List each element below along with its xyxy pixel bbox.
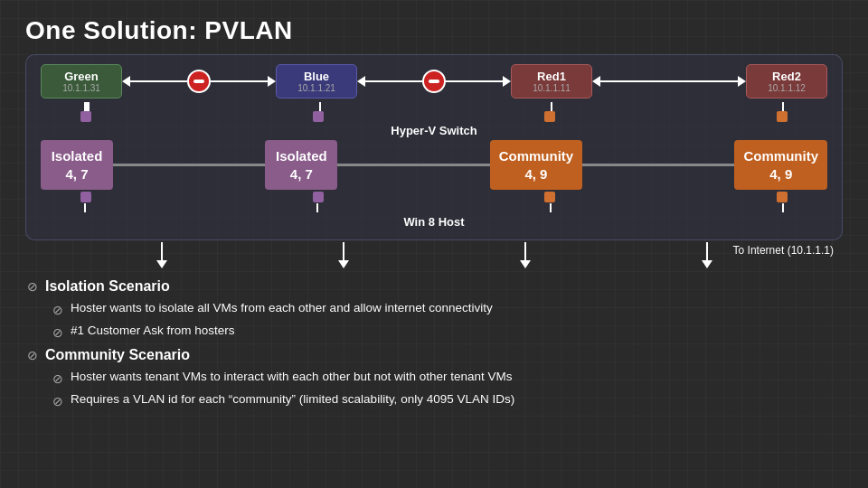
arrow-green-blue — [122, 70, 276, 93]
vlan-community-2: Community 4, 9 — [734, 140, 827, 190]
bullet-community-sub2: ⊘ Requires a VLAN id for each “community… — [52, 390, 841, 411]
vlan-community-1: Community 4, 9 — [490, 140, 583, 190]
vm-blue: Blue 10.1.1.21 — [276, 64, 357, 99]
bullet-text-5: Hoster wants tenant VMs to interact with… — [71, 368, 513, 386]
vm-red2-ip: 10.1.1.12 — [760, 83, 814, 93]
vm-blue-label: Blue — [289, 70, 344, 83]
bullet-text-4: Community Scenario — [45, 344, 190, 366]
no-entry-1 — [187, 70, 211, 93]
bullet-community-sub1: ⊘ Hoster wants tenant VMs to interact wi… — [52, 368, 841, 389]
vm-green-ip: 10.1.1.31 — [54, 83, 108, 93]
down-arrow-4 — [702, 242, 712, 268]
vm-red2: Red2 10.1.1.12 — [746, 64, 827, 99]
arrow-blue-red1 — [357, 70, 511, 93]
bullet-text-1: Isolation Scenario — [45, 276, 170, 297]
hyperv-switch-label: Hyper-V Switch — [41, 124, 827, 137]
bullet-community-header: ⊘ Community Scenario — [27, 344, 841, 366]
vm-green-label: Green — [54, 70, 108, 83]
title: One Solution: PVLAN — [0, 0, 868, 54]
to-internet-label: To Internet (10.1.1.1) — [733, 244, 834, 257]
bullet-isolation-sub2: ⊘ #1 Customer Ask from hosters — [52, 322, 841, 343]
vm-red2-label: Red2 — [760, 70, 814, 83]
win8-host-label: Win 8 Host — [41, 215, 827, 229]
down-arrow-3 — [520, 242, 531, 268]
bullet-text-2: Hoster wants to isolate all VMs from eac… — [71, 299, 493, 317]
bullet-icon-6: ⊘ — [52, 392, 63, 411]
vlan-isolated-1: Isolated 4, 7 — [41, 140, 113, 190]
vm-red1: Red1 10.1.1.11 — [511, 64, 592, 99]
vlan-isolated-2: Isolated 4, 7 — [265, 140, 337, 190]
bullet-isolation-sub1: ⊘ Hoster wants to isolate all VMs from e… — [52, 299, 841, 320]
bullet-text-6: Requires a VLAN id for each “community” … — [71, 390, 514, 408]
vm-red1-label: Red1 — [524, 70, 579, 83]
vm-row: Green 10.1.1.31 Blue 10.1.1.21 — [41, 64, 827, 99]
bullet-icon-3: ⊘ — [52, 324, 63, 343]
bullet-icon-1: ⊘ — [27, 277, 38, 296]
bullet-isolation-header: ⊘ Isolation Scenario — [27, 276, 841, 297]
bullet-icon-2: ⊘ — [52, 301, 63, 320]
no-entry-2 — [422, 70, 446, 93]
vm-red1-ip: 10.1.1.11 — [524, 83, 579, 93]
bullet-text-3: #1 Customer Ask from hosters — [71, 322, 235, 340]
vm-blue-ip: 10.1.1.21 — [289, 83, 344, 93]
down-arrow-1 — [156, 242, 167, 268]
bullet-icon-5: ⊘ — [52, 370, 63, 389]
diagram-area: Green 10.1.1.31 Blue 10.1.1.21 — [25, 54, 843, 240]
vm-green: Green 10.1.1.31 — [41, 64, 122, 99]
down-arrow-2 — [338, 242, 349, 268]
bullets-section: ⊘ Isolation Scenario ⊘ Hoster wants to i… — [0, 270, 868, 411]
arrow-red1-red2 — [592, 76, 746, 87]
bullet-icon-4: ⊘ — [27, 346, 38, 365]
